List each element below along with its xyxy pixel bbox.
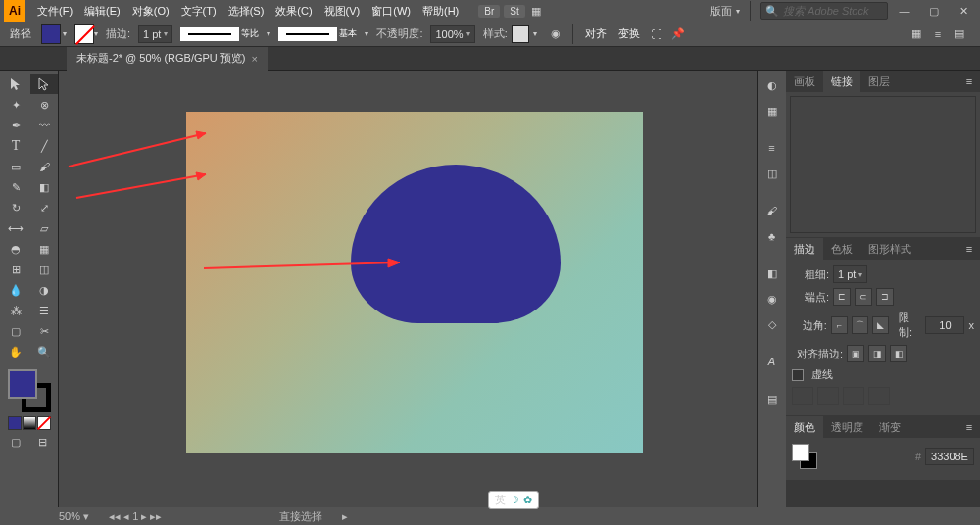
pencil-tool[interactable]: ✎	[2, 177, 29, 197]
status-arrow-icon[interactable]: ▸	[342, 510, 348, 523]
stroke-panel-icon[interactable]: ≡	[761, 137, 783, 159]
appearance-panel-icon[interactable]: ◉	[761, 288, 783, 310]
scale-tool[interactable]: ⤢	[30, 198, 58, 217]
slice-tool[interactable]: ✂	[30, 321, 58, 341]
menu-object[interactable]: 对象(O)	[126, 4, 175, 19]
corner-bevel[interactable]: ◣	[872, 316, 889, 334]
screen-mode-dropdown[interactable]: ⊟	[29, 432, 56, 452]
path-shape[interactable]	[351, 165, 561, 323]
panel-menu-icon[interactable]: ≡	[958, 238, 980, 260]
close-button[interactable]: ✕	[951, 1, 976, 21]
cap-butt[interactable]: ⊏	[833, 288, 851, 306]
align-inside[interactable]: ◨	[868, 345, 886, 362]
swatches-panel-icon[interactable]: ▦	[761, 100, 783, 121]
opacity-dropdown[interactable]: 100%	[430, 25, 474, 43]
zoom-level[interactable]: 50% ▾	[59, 510, 89, 523]
screen-mode[interactable]: ▢	[2, 432, 28, 452]
panel-icon-3[interactable]: ▤	[949, 24, 970, 45]
search-input[interactable]: 🔍 搜索 Adobe Stock	[760, 2, 888, 20]
line-tool[interactable]: ╱	[30, 136, 58, 156]
gradient-tool[interactable]: ◫	[30, 260, 58, 279]
none-mode[interactable]	[37, 416, 51, 430]
brush-dropdown[interactable]	[278, 27, 337, 41]
graphic-styles-panel-icon[interactable]: ◇	[761, 313, 783, 335]
style-swatch[interactable]	[512, 25, 529, 43]
panel-icon-1[interactable]: ▦	[906, 24, 927, 45]
tab-transparency[interactable]: 透明度	[823, 416, 871, 438]
perspective-tool[interactable]: ▦	[30, 239, 58, 259]
pin-icon[interactable]: 📌	[667, 24, 689, 45]
hex-input[interactable]	[925, 448, 974, 465]
tab-artboards[interactable]: 画板	[786, 71, 823, 92]
canvas-area[interactable]	[59, 71, 757, 507]
cap-round[interactable]: ⊂	[855, 288, 872, 306]
minimize-button[interactable]: —	[892, 1, 917, 21]
fill-swatch-mini[interactable]	[792, 444, 809, 461]
gradient-panel-icon[interactable]: ◫	[761, 163, 783, 184]
isolate-icon[interactable]: ⛶	[646, 24, 667, 45]
column-graph-tool[interactable]: ☰	[30, 301, 58, 320]
menu-select[interactable]: 选择(S)	[222, 4, 270, 19]
document-tab[interactable]: 未标题-2* @ 50% (RGB/GPU 预览) ×	[67, 47, 268, 71]
arrange-icon[interactable]: ▦	[525, 0, 547, 22]
variable-width-dropdown[interactable]	[180, 27, 239, 41]
transparency-panel-icon[interactable]: ◧	[761, 262, 783, 284]
close-tab-icon[interactable]: ×	[252, 53, 258, 65]
type-tool[interactable]: T	[2, 136, 29, 156]
stock-button[interactable]: St	[504, 5, 524, 18]
transform-link[interactable]: 变换	[612, 26, 646, 41]
align-center[interactable]: ▣	[847, 345, 864, 362]
menu-help[interactable]: 帮助(H)	[416, 4, 465, 19]
fill-color[interactable]	[8, 369, 37, 399]
direct-selection-tool[interactable]	[30, 74, 58, 94]
tab-swatches[interactable]: 色板	[823, 238, 860, 260]
fill-stroke-control[interactable]	[8, 369, 51, 412]
blend-tool[interactable]: ◑	[30, 280, 58, 300]
panel-icon-2[interactable]: ≡	[927, 24, 949, 45]
corner-round[interactable]: ⌒	[852, 316, 868, 334]
menu-effect[interactable]: 效果(C)	[270, 4, 318, 19]
tab-graphic-styles[interactable]: 图形样式	[860, 238, 919, 260]
corner-miter[interactable]: ⌐	[831, 316, 848, 334]
symbols-panel-icon[interactable]: ♣	[761, 225, 783, 247]
layers-panel-icon[interactable]: ▤	[761, 388, 783, 409]
gradient-mode[interactable]	[23, 416, 36, 430]
rotate-tool[interactable]: ↻	[2, 198, 29, 217]
eyedropper-tool[interactable]: 💧	[2, 280, 29, 300]
dashed-checkbox[interactable]	[792, 369, 804, 381]
recolor-icon[interactable]: ◉	[545, 24, 566, 45]
weight-dropdown[interactable]: 1 pt	[833, 265, 867, 283]
stroke-swatch[interactable]	[74, 24, 94, 44]
hand-tool[interactable]: ✋	[2, 342, 29, 361]
shape-builder-tool[interactable]: ◓	[2, 239, 29, 259]
links-list[interactable]	[790, 96, 976, 233]
miter-limit-input[interactable]	[925, 316, 964, 334]
pen-tool[interactable]: ✒	[2, 116, 29, 135]
tab-links[interactable]: 链接	[823, 71, 860, 92]
eraser-tool[interactable]: ◧	[30, 177, 58, 197]
fill-swatch[interactable]	[41, 24, 61, 44]
paintbrush-tool[interactable]: 🖌	[30, 157, 58, 176]
color-panel-icon[interactable]: ◐	[761, 74, 783, 96]
symbol-sprayer-tool[interactable]: ⁂	[2, 301, 29, 320]
panel-menu-icon[interactable]: ≡	[958, 416, 980, 438]
bridge-button[interactable]: Br	[478, 5, 500, 18]
align-link[interactable]: 对齐	[579, 26, 612, 41]
tab-stroke[interactable]: 描边	[786, 238, 823, 260]
curvature-tool[interactable]: 〰	[30, 116, 58, 135]
artboard[interactable]	[186, 112, 643, 453]
menu-type[interactable]: 文字(T)	[175, 4, 222, 19]
menu-file[interactable]: 文件(F)	[31, 4, 78, 19]
magic-wand-tool[interactable]: ✦	[2, 95, 29, 115]
panel-menu-icon[interactable]: ≡	[958, 71, 980, 92]
tab-gradient[interactable]: 渐变	[871, 416, 908, 438]
character-panel-icon[interactable]: A	[761, 351, 783, 372]
stroke-weight-dropdown[interactable]: 1 pt	[138, 25, 172, 43]
tab-layers[interactable]: 图层	[860, 71, 898, 92]
width-tool[interactable]: ⟷	[2, 218, 29, 238]
rectangle-tool[interactable]: ▭	[2, 157, 29, 176]
menu-view[interactable]: 视图(V)	[318, 4, 367, 19]
artboard-tool[interactable]: ▢	[2, 321, 29, 341]
brushes-panel-icon[interactable]: 🖌	[761, 200, 783, 221]
tab-color[interactable]: 颜色	[786, 416, 823, 438]
